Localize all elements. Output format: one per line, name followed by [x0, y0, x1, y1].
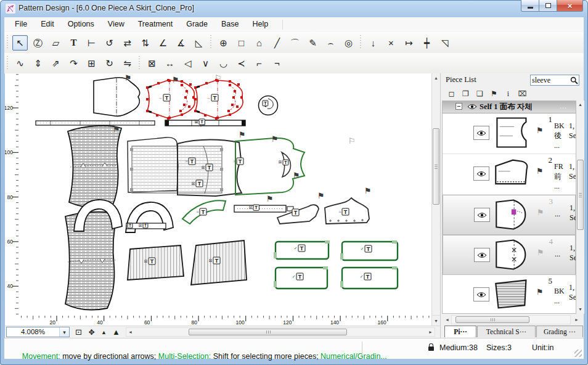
angle-y-tool[interactable]: ∡	[173, 35, 189, 51]
rotate-tool[interactable]: ↺	[102, 35, 117, 51]
visibility-toggle[interactable]	[473, 166, 489, 181]
group-more[interactable]: ...	[560, 101, 567, 111]
rectangle-tool[interactable]: □	[234, 35, 249, 51]
info-icon[interactable]: i	[502, 88, 514, 99]
canvas-vertical-scrollbar[interactable]	[431, 73, 440, 326]
trim-tool[interactable]: ⊢	[84, 35, 99, 51]
vertical-scrollbar-thumb[interactable]	[433, 128, 439, 205]
visibility-toggle[interactable]	[474, 208, 490, 222]
piece-list-item-3[interactable]: 3 ... 1,Se	[443, 195, 576, 235]
menu-item-options[interactable]: Options	[61, 17, 101, 32]
horizontal-scrollbar-thumb[interactable]	[455, 316, 529, 323]
exchange-vertical-tool[interactable]: ⇕	[30, 55, 46, 71]
line-tool[interactable]: ╱	[269, 35, 285, 51]
canvas-area[interactable]: ⚑⚑⚐⚑⚑⚑⚑⚐⚑⚑⚑⚑→T→TT⊠T≈T⊠T≈T⊠T⊠T≈TT⊠T⊠T≈T≈T…	[18, 73, 431, 316]
horizontal-scrollbar-thumb[interactable]	[189, 329, 347, 335]
flip-tool[interactable]: ⇋	[120, 55, 135, 71]
menu-item-file[interactable]: File	[8, 17, 34, 32]
pattern-piece-fan-skirt-2[interactable]	[65, 212, 117, 310]
scroll-left-button[interactable]	[126, 328, 134, 336]
search-input[interactable]	[532, 76, 568, 84]
arc-rotate-tool[interactable]: ↷	[66, 55, 81, 71]
pattern-piece-waistband-1[interactable]	[36, 121, 155, 125]
measure-box-tool[interactable]: ◺	[191, 35, 206, 51]
arc-tool[interactable]: ⌒	[287, 35, 303, 51]
dart-left-tool[interactable]: ◁	[180, 55, 195, 71]
close-button[interactable]	[557, 0, 583, 12]
resize-grip[interactable]	[574, 350, 582, 357]
spread-arrow-tool[interactable]: ≺	[234, 55, 249, 71]
pattern-piece-sleeve-selected-2[interactable]	[195, 80, 243, 118]
delete-piece-icon[interactable]: ⌧	[517, 88, 528, 99]
pleat-round-tool[interactable]: ◡	[216, 55, 231, 71]
visibility-toggle[interactable]	[473, 126, 489, 140]
scroll-left-button[interactable]	[443, 314, 451, 326]
minimize-button[interactable]	[521, 0, 539, 12]
new-piece-icon[interactable]: ◻	[446, 88, 457, 99]
menu-item-help[interactable]: Help	[245, 17, 275, 32]
point-cross-tool[interactable]: ×	[383, 35, 399, 51]
piece-list-item-1[interactable]: 1 BK後... 1,Se	[443, 113, 576, 154]
concentric-circles-tool[interactable]: ◎	[341, 35, 356, 51]
pattern-piece-bodice-green[interactable]	[235, 138, 304, 195]
piece-list-item-4[interactable]: 4 ... 1,Se	[443, 235, 576, 275]
menu-item-treatment[interactable]: Treatment	[131, 17, 180, 32]
dart-fan-tool[interactable]: ∨	[198, 55, 213, 71]
eye-icon[interactable]	[467, 104, 477, 110]
paste-piece-icon[interactable]: ❏	[474, 88, 486, 99]
scroll-right-button[interactable]	[427, 328, 435, 336]
fit-frame-icon[interactable]	[73, 327, 84, 337]
scatter-points-tool[interactable]: ⇗	[48, 55, 63, 71]
search-icon[interactable]	[570, 76, 578, 84]
pattern-piece-sleeve-black[interactable]	[94, 78, 140, 116]
pattern-piece-sleeve-selected-1[interactable]	[147, 80, 195, 118]
scroll-down-button[interactable]	[432, 315, 440, 326]
list-vertical-scrollbar[interactable]	[576, 100, 584, 314]
pattern-piece-fan-skirt-1[interactable]	[68, 126, 121, 208]
polygon-tool[interactable]: ⌂	[251, 35, 267, 51]
zoom-level-combo[interactable]: 4.008%	[6, 327, 70, 337]
scroll-right-button[interactable]	[573, 314, 581, 326]
zoom-dropdown-arrow[interactable]	[59, 327, 69, 337]
piece-list-item-5[interactable]: 5 BK... 1,Se	[443, 275, 576, 314]
pattern-piece-strip-t[interactable]	[234, 205, 293, 212]
tab-grading[interactable]: Grading ···	[536, 326, 583, 337]
move-x-tool[interactable]: ⇄	[120, 35, 135, 51]
copy-piece-icon[interactable]: ❐	[460, 88, 472, 99]
ruler-tool[interactable]: ▱	[48, 35, 63, 51]
tab-piece-list[interactable]: Pi···	[444, 326, 476, 337]
vertical-scrollbar-thumb[interactable]	[577, 160, 584, 230]
piece-flag-icon[interactable]: ⚑	[488, 88, 500, 99]
curve-adjust-tool[interactable]: ∿	[12, 55, 28, 71]
corner-ruler-tool[interactable]: ⌐	[251, 55, 267, 71]
scroll-down-button[interactable]	[576, 305, 584, 314]
circle-point-tool[interactable]: ⊕	[216, 35, 231, 51]
menu-item-view[interactable]: View	[101, 17, 131, 32]
grid-points-tool[interactable]: ⊞	[84, 55, 99, 71]
title-bar[interactable]: Pattern Design - [6.0 One Piece A Skirt_…	[0, 0, 588, 17]
angle-x-tool[interactable]: ∠	[155, 35, 171, 51]
point-corner-tool[interactable]: ◹	[437, 35, 452, 51]
menu-item-edit[interactable]: Edit	[34, 17, 61, 32]
visibility-toggle[interactable]	[473, 287, 489, 301]
curve-points-tool[interactable]: ⌢	[323, 35, 338, 51]
zoom-in-view-icon[interactable]	[110, 327, 122, 337]
seam-corner-tool[interactable]: ¬	[269, 55, 285, 71]
width-measure-tool[interactable]: ↔	[162, 55, 178, 71]
text-tool[interactable]: T	[66, 35, 81, 51]
scroll-up-button[interactable]	[432, 73, 440, 82]
expand-view-icon[interactable]	[86, 327, 97, 337]
move-y-tool[interactable]: ⇅	[137, 35, 153, 51]
point-down-tool[interactable]: ↓	[365, 35, 381, 51]
visibility-toggle[interactable]	[474, 248, 490, 262]
seam-box-tool[interactable]: ⊠	[144, 55, 160, 71]
zoom-out-view-icon[interactable]	[98, 327, 110, 337]
list-horizontal-scrollbar[interactable]	[441, 314, 584, 326]
canvas-horizontal-scrollbar[interactable]	[126, 327, 435, 337]
tab-technical-sheet[interactable]: Technical S···	[477, 326, 536, 337]
scroll-up-button[interactable]	[576, 100, 584, 109]
piece-group-header[interactable]: Self 1 面布 자체 ...	[443, 101, 576, 113]
select-arrow[interactable]: ↖	[12, 35, 28, 51]
restore-button[interactable]	[539, 0, 557, 12]
zoom-tool[interactable]: Ⓩ	[30, 35, 46, 51]
